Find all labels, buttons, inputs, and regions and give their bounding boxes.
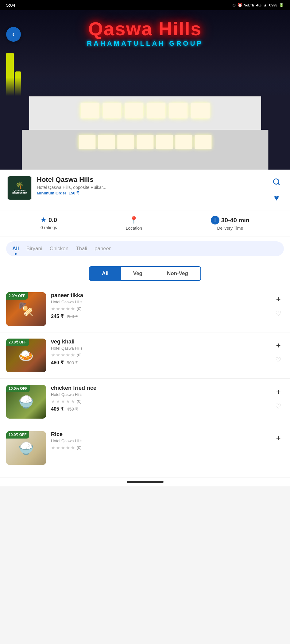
filter-nonveg-button[interactable]: Non-Veg — [155, 267, 200, 280]
battery-level: 69% — [269, 3, 277, 7]
restaurant-sign: Qaswa Hills RAHAMATULLAH GROUP — [87, 19, 203, 48]
delivery-label: Delivery Time — [217, 226, 243, 231]
svg-point-0 — [273, 179, 279, 184]
volte-icon: VoLTE — [244, 3, 254, 7]
tab-thali[interactable]: Thali — [76, 244, 87, 253]
menu-item: 🍛 20.0₹ OFF veg khali Hotel Qaswa Hills … — [0, 332, 290, 379]
network-icon: 4G — [256, 3, 261, 7]
floor2-window — [98, 135, 115, 149]
search-icon — [273, 178, 280, 186]
tab-chicken[interactable]: Chicken — [50, 244, 68, 253]
rating-value: 0.0 — [48, 217, 57, 224]
back-button[interactable]: ‹ — [6, 27, 21, 42]
window — [103, 103, 121, 118]
star-1: ★ — [51, 445, 55, 450]
info-action-buttons: ♥ — [270, 176, 283, 204]
item-image-container: 🍚 10.0₹ OFF — [6, 431, 46, 465]
tab-all[interactable]: All — [12, 244, 19, 253]
menu-item: 🍚 10.0% OFF chicken fried rice Hotel Qas… — [0, 379, 290, 425]
search-button[interactable] — [270, 176, 283, 188]
wishlist-button[interactable]: ♡ — [273, 308, 284, 319]
item-stars: ★ ★ ★ ★ ★ (0) — [51, 352, 268, 358]
wishlist-button[interactable]: ♡ — [273, 355, 284, 366]
location-stat[interactable]: 📍 Location — [126, 216, 142, 231]
wishlist-button[interactable]: ♡ — [273, 401, 284, 412]
battery-icon: 🔋 — [279, 3, 284, 7]
top-floor-windows — [29, 97, 261, 125]
star-4: ★ — [66, 306, 70, 312]
status-bar: 5:04 ⊙ ⏰ VoLTE 4G ▲ 69% 🔋 — [0, 0, 290, 10]
review-count: (0) — [77, 306, 82, 311]
review-count: (0) — [77, 399, 82, 404]
star-4: ★ — [66, 398, 70, 404]
hero-section: Qaswa Hills RAHAMATULLAH GROUP — [0, 10, 290, 170]
item-actions: + ♡ — [273, 339, 284, 366]
star-2: ★ — [56, 445, 60, 450]
rating-stat: ★ 0.0 0 ratings — [41, 216, 57, 231]
item-price: 480 ₹ — [51, 360, 64, 365]
add-item-button[interactable]: + — [273, 293, 284, 305]
star-2: ★ — [56, 306, 60, 312]
logo-palm-icon: 🌴 — [12, 182, 27, 190]
filter-veg-button[interactable]: Veg — [121, 267, 155, 280]
floor2-window — [175, 135, 192, 149]
menu-item: 🍚 10.0₹ OFF Rice Hotel Qaswa Hills ★ ★ ★… — [0, 425, 290, 477]
item-price: 245 ₹ — [51, 314, 64, 319]
heart-outline-icon: ♡ — [275, 310, 281, 318]
discount-badge: 20.0₹ OFF — [6, 339, 29, 346]
star-5: ★ — [71, 352, 75, 358]
item-stars: ★ ★ ★ ★ ★ (0) — [51, 306, 268, 312]
status-icons: ⊙ ⏰ VoLTE 4G ▲ 69% 🔋 — [232, 3, 284, 7]
filter-row: All Veg Non-Veg — [0, 261, 290, 286]
menu-list: 🍢 2.0% OFF paneer tikka Hotel Qaswa Hill… — [0, 286, 290, 477]
item-original-price: 500 ₹ — [67, 360, 78, 365]
category-tabs: All Biryani Chicken Thali paneer — [0, 236, 290, 261]
location-pin-icon: 📍 — [129, 216, 138, 224]
star-3: ★ — [61, 352, 65, 358]
heart-outline-icon: ♡ — [275, 402, 281, 410]
item-restaurant: Hotel Qaswa Hills — [51, 346, 268, 351]
floor2-window — [117, 135, 134, 149]
item-name: chicken fried rice — [51, 385, 268, 391]
item-stars: ★ ★ ★ ★ ★ (0) — [51, 445, 268, 450]
floor2-window — [156, 135, 173, 149]
item-image-container: 🍛 20.0₹ OFF — [6, 339, 46, 372]
logo-text: Qaswa HillsRESTAURANT — [12, 190, 27, 195]
ground-floor-windows — [22, 130, 268, 153]
item-price-row: 405 ₹ 450 ₹ — [51, 406, 268, 412]
item-original-price: 450 ₹ — [67, 407, 78, 412]
review-count: (0) — [77, 353, 82, 357]
floor2-window — [195, 135, 211, 149]
add-item-button[interactable]: + — [273, 386, 284, 397]
tab-paneer[interactable]: paneer — [95, 244, 111, 253]
item-original-price: 250 ₹ — [67, 314, 78, 319]
stats-row: ★ 0.0 0 ratings 📍 Location i 30-40 min D… — [0, 210, 290, 236]
delivery-time-stat: i 30-40 min Delivery Time — [211, 216, 249, 231]
window — [169, 103, 188, 118]
rating-label: 0 ratings — [41, 225, 57, 230]
item-actions: + — [273, 431, 284, 443]
star-1: ★ — [51, 352, 55, 358]
window — [191, 103, 210, 118]
discount-badge: 10.0% OFF — [6, 385, 30, 392]
location-status-icon: ⊙ — [232, 3, 236, 7]
favorite-button[interactable]: ♥ — [270, 192, 283, 204]
star-3: ★ — [61, 445, 65, 450]
menu-item: 🍢 2.0% OFF paneer tikka Hotel Qaswa Hill… — [0, 286, 290, 332]
delivery-timer-icon: i — [211, 216, 219, 224]
add-item-button[interactable]: + — [273, 432, 284, 443]
tab-biryani[interactable]: Biryani — [26, 244, 42, 253]
item-actions: + ♡ — [273, 385, 284, 412]
window — [125, 103, 143, 118]
item-price-row: 480 ₹ 500 ₹ — [51, 360, 268, 366]
filter-all-button[interactable]: All — [90, 267, 121, 280]
add-item-button[interactable]: + — [273, 340, 284, 351]
min-order: Minimum Order 150 ₹ — [37, 191, 265, 195]
bottom-indicator — [0, 477, 290, 486]
item-name: paneer tikka — [51, 292, 268, 299]
min-order-value: 150 ₹ — [69, 191, 79, 195]
star-icon: ★ — [41, 216, 47, 224]
star-3: ★ — [61, 398, 65, 404]
building-ground-floor — [22, 130, 268, 170]
window — [81, 103, 99, 118]
